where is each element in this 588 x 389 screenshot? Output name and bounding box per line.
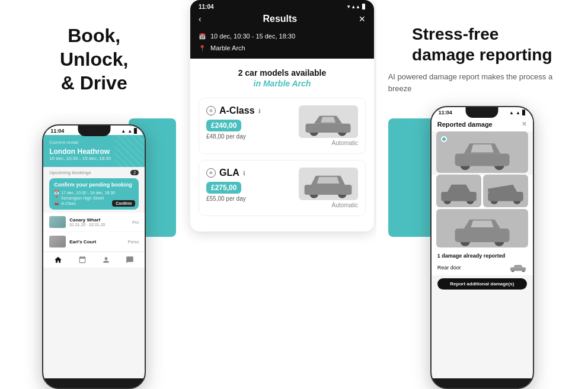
- date-range-row: 📅 10 dec, 10:30 - 15 dec, 18:30: [190, 30, 374, 42]
- rear-door-icon: [509, 262, 527, 274]
- main-car-svg: [448, 133, 516, 172]
- close-damage-icon[interactable]: ✕: [522, 120, 527, 128]
- listing-name-1: Canary Wharf: [69, 217, 129, 223]
- damage-photo-1: [436, 175, 481, 207]
- car-name-row-1: ⊛ A-Class ℹ: [206, 105, 261, 116]
- car-svg-2: [300, 169, 356, 199]
- svg-rect-5: [305, 184, 352, 194]
- listing-thumb-1: [49, 216, 66, 228]
- teal-bg-right: [388, 118, 436, 237]
- listing-item-2[interactable]: Earl's Court Perso: [43, 232, 145, 251]
- phone-screen-right: Reported damage ✕: [432, 117, 533, 378]
- right-section: Stress-free damage reporting AI powered …: [376, 0, 588, 389]
- listing-date-1: 01.01.20 · 02.01.20: [69, 223, 129, 227]
- listing-item-1[interactable]: Canary Wharf 01.01.20 · 02.01.20 Pro: [43, 213, 145, 232]
- mercedes-logo-1: ⊛: [206, 106, 216, 115]
- car-info-2: ⊛ GLA ℹ £275,00 £55,00 per day: [206, 168, 246, 202]
- dark-battery-icon: ▊: [362, 4, 366, 9]
- car-model-1: A-Class: [219, 105, 255, 116]
- dark-nav-bar: ‹ Results ✕: [190, 10, 374, 30]
- dark-signal-icon: ▼▲▲: [346, 4, 360, 9]
- upcoming-label: Upcoming bookings: [49, 170, 91, 175]
- available-text: 2 car models available: [199, 68, 366, 78]
- rear-door-row: Rear door: [432, 260, 533, 275]
- car-listing-2[interactable]: ⊛ GLA ℹ £275,00 £55,00 per day: [199, 160, 366, 216]
- reported-damage-title: Reported damage: [437, 121, 493, 128]
- nav-chat-icon[interactable]: [125, 255, 135, 265]
- right-wifi-icon: ▲: [516, 110, 520, 115]
- location-row: 📍 Marble Arch: [190, 42, 374, 59]
- car-name-row-2: ⊛ GLA ℹ: [206, 168, 246, 178]
- date-range-text: 10 dec, 10:30 - 15 dec, 18:30: [210, 33, 295, 40]
- nav-profile-icon[interactable]: [101, 255, 111, 265]
- signal-icon: ▲: [121, 128, 126, 134]
- listing-info-2: Earl's Court: [69, 239, 124, 245]
- battery-icon: ▊: [134, 128, 138, 134]
- location-detail-icon: 📍: [199, 45, 206, 52]
- booking-card[interactable]: Confirm your pending booking 📅 17 dec, 1…: [49, 178, 139, 210]
- right-phone: 11:04 ▲ ▲ ▊ Reported damage ✕: [430, 106, 534, 389]
- calendar-detail-icon: 📅: [199, 33, 206, 40]
- per-day-1: £48,00 per day: [206, 133, 261, 140]
- back-button[interactable]: ‹: [199, 14, 202, 24]
- time-right: 11:04: [439, 110, 452, 115]
- middle-section: 11:04 ▼▲▲ ▊ ‹ Results ✕ 📅 10 dec, 10:30 …: [188, 0, 376, 389]
- right-battery-icon: ▊: [522, 110, 526, 115]
- svg-rect-8: [455, 153, 509, 166]
- car-image-1: [299, 105, 358, 138]
- damage-photo-2: [483, 175, 528, 207]
- booking-location-text: Kensington High Street: [61, 196, 104, 200]
- middle-wrapper: 11:04 ▼▲▲ ▊ ‹ Results ✕ 📅 10 dec, 10:30 …: [188, 0, 376, 232]
- confirm-button[interactable]: Confirm: [112, 200, 135, 207]
- per-day-2: £55,00 per day: [206, 195, 246, 202]
- listing-info-1: Canary Wharf 01.01.20 · 02.01.20: [69, 217, 129, 227]
- report-additional-button[interactable]: Report additional damage(s): [437, 278, 527, 290]
- svg-rect-17: [455, 229, 509, 242]
- left-phone: 11:04 ▲ ▲ ▊ Current rental London Heathr…: [42, 124, 146, 389]
- rental-card-bg: [115, 135, 145, 168]
- car-image-2: [299, 168, 358, 200]
- left-headline: Book, Unlock, & Drive: [60, 24, 129, 95]
- listing-name-2: Earl's Court: [69, 239, 124, 245]
- price-badge-1: £240,00: [206, 120, 241, 131]
- rental-header: Current rental London Heathrow 10 dec, 1…: [43, 135, 145, 167]
- damage-svg-3: [448, 211, 516, 246]
- car-top-2: ⊛ GLA ℹ £275,00 £55,00 per day: [206, 168, 358, 202]
- middle-time: 11:04: [199, 4, 214, 10]
- nav-home-icon[interactable]: [53, 255, 63, 265]
- wifi-icon: ▲: [127, 128, 132, 134]
- right-signal-icon: ▲: [509, 110, 514, 115]
- transmission-2: Automatic: [332, 202, 358, 208]
- info-icon-1: ℹ: [258, 108, 261, 114]
- booking-car-text: A-Class: [61, 201, 76, 205]
- damage-reported-text: 1 damage already reported: [432, 250, 533, 260]
- upcoming-badge: 2: [130, 170, 139, 175]
- booking-location-detail: 📍 Kensington High Street: [54, 195, 134, 200]
- dark-status-icons: ▼▲▲ ▊: [346, 4, 366, 10]
- right-phone-header: Reported damage ✕: [432, 117, 533, 131]
- listing-meta-1: Pro: [132, 220, 139, 224]
- bottom-nav: [43, 252, 145, 268]
- results-title: Results: [263, 14, 297, 24]
- status-icons-left: ▲ ▲ ▊: [121, 128, 138, 134]
- car-info-1: ⊛ A-Class ℹ £240,00 £48,00 per day: [206, 105, 261, 140]
- phone-notch-right: [466, 107, 498, 118]
- nav-calendar-icon[interactable]: [78, 255, 87, 265]
- transmission-1: Automatic: [332, 140, 358, 146]
- car-svg-1: [300, 107, 356, 137]
- car-model-2: GLA: [219, 168, 239, 178]
- svg-rect-20: [510, 268, 526, 271]
- right-headline: Stress-free damage reporting: [412, 24, 552, 65]
- dark-header: 11:04 ▼▲▲ ▊ ‹ Results ✕ 📅 10 dec, 10:30 …: [190, 0, 374, 59]
- main-damage-image: [436, 131, 528, 173]
- svg-rect-2: [306, 123, 351, 132]
- svg-rect-11: [441, 191, 477, 201]
- listing-meta-2: Perso: [128, 240, 139, 244]
- listing-thumb-2: [49, 236, 66, 247]
- car-listing-1[interactable]: ⊛ A-Class ℹ £240,00 £48,00 per day: [199, 98, 366, 154]
- time-left: 11:04: [50, 128, 64, 134]
- phone-notch-left: [78, 126, 110, 136]
- close-button[interactable]: ✕: [359, 14, 366, 24]
- location-icon: 📍: [54, 195, 59, 200]
- damage-photo-grid: [432, 175, 533, 250]
